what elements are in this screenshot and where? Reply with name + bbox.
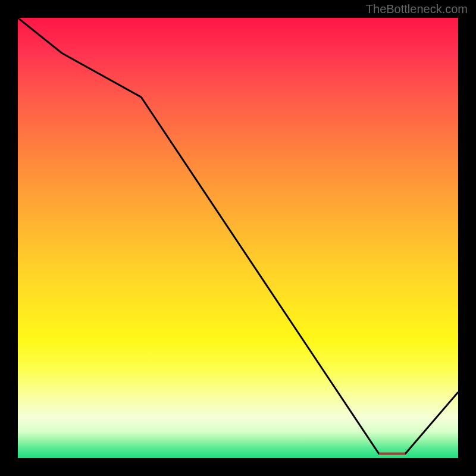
watermark-text: TheBottleneck.com [366,2,468,16]
plot-area [18,18,458,458]
chart-line-path [18,18,458,454]
chart-frame [18,18,458,458]
chart-line-svg [18,18,458,458]
